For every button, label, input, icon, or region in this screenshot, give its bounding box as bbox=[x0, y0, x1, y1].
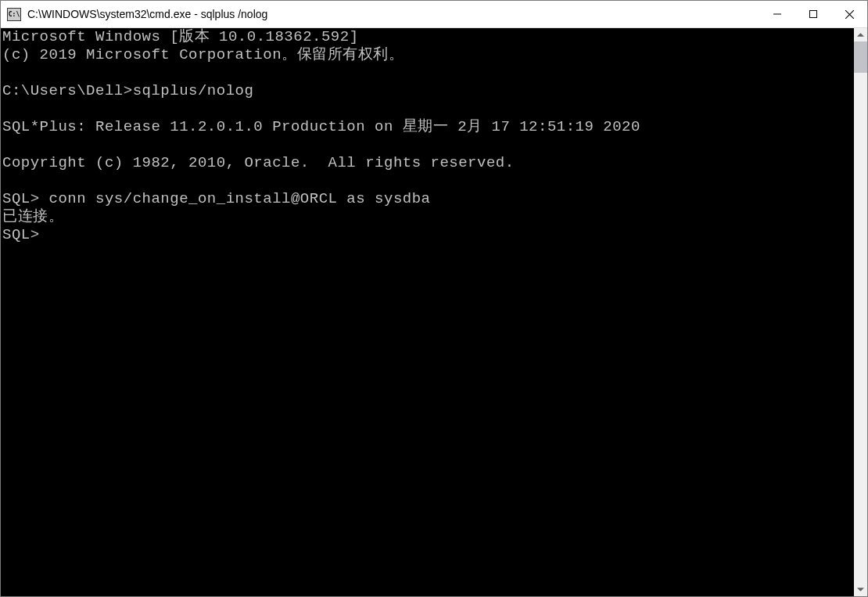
scroll-down-button[interactable] bbox=[854, 583, 867, 596]
terminal-output[interactable]: Microsoft Windows [版本 10.0.18362.592] (c… bbox=[1, 28, 854, 596]
cmd-icon: C:\ bbox=[7, 8, 21, 21]
vertical-scrollbar[interactable] bbox=[854, 28, 867, 596]
svg-marker-5 bbox=[857, 588, 864, 592]
close-icon bbox=[845, 10, 854, 19]
scroll-thumb[interactable] bbox=[854, 41, 867, 73]
window-title: C:\WINDOWS\system32\cmd.exe - sqlplus /n… bbox=[27, 8, 759, 20]
window-controls bbox=[759, 1, 867, 27]
chevron-down-icon bbox=[857, 588, 864, 592]
titlebar[interactable]: C:\ C:\WINDOWS\system32\cmd.exe - sqlplu… bbox=[1, 1, 867, 28]
svg-rect-1 bbox=[810, 11, 817, 18]
maximize-button[interactable] bbox=[795, 1, 831, 27]
maximize-icon bbox=[809, 10, 817, 18]
scroll-up-button[interactable] bbox=[854, 28, 867, 41]
minimize-button[interactable] bbox=[759, 1, 795, 27]
svg-marker-4 bbox=[857, 33, 864, 37]
scroll-track[interactable] bbox=[854, 41, 867, 583]
minimize-icon bbox=[773, 10, 781, 18]
close-button[interactable] bbox=[831, 1, 867, 27]
client-area: Microsoft Windows [版本 10.0.18362.592] (c… bbox=[1, 28, 867, 596]
cmd-window: C:\ C:\WINDOWS\system32\cmd.exe - sqlplu… bbox=[0, 0, 868, 597]
chevron-up-icon bbox=[857, 33, 864, 37]
